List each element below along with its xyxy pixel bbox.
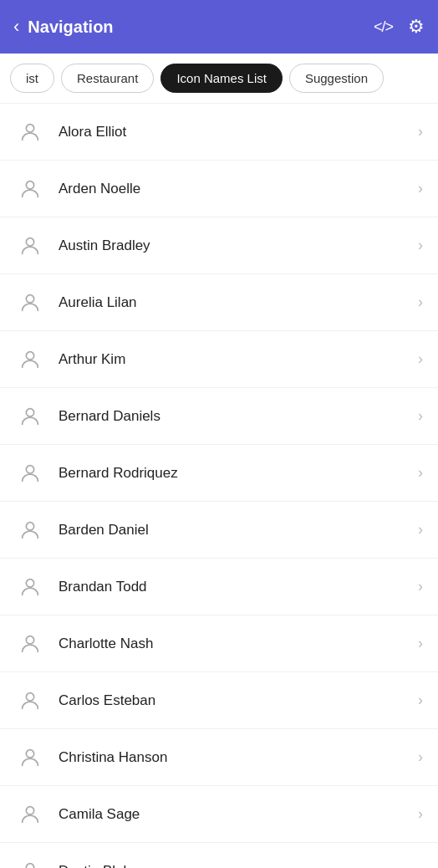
svg-point-8	[26, 579, 33, 586]
avatar-icon	[15, 686, 45, 716]
list-item[interactable]: Charlotte Nash›	[0, 615, 438, 672]
svg-point-1	[26, 181, 33, 188]
svg-point-6	[26, 465, 33, 472]
avatar-icon	[15, 458, 45, 488]
tab-suggestion[interactable]: Suggestion	[289, 64, 384, 93]
tab-icon-names-list[interactable]: Icon Names List	[160, 64, 283, 93]
avatar-icon	[15, 174, 45, 204]
person-name: Christina Hanson	[59, 749, 418, 766]
svg-point-9	[26, 636, 33, 643]
avatar-icon	[15, 401, 45, 431]
gear-icon[interactable]: ⚙	[408, 16, 425, 38]
chevron-right-icon: ›	[418, 350, 423, 368]
svg-point-11	[26, 749, 33, 757]
tab-list[interactable]: ist	[10, 64, 54, 93]
chevron-right-icon: ›	[418, 578, 423, 595]
avatar-icon	[15, 572, 45, 602]
header-actions: </> ⚙	[374, 16, 425, 38]
list-item[interactable]: Carlos Esteban›	[0, 672, 438, 729]
svg-point-3	[26, 294, 33, 302]
svg-point-7	[26, 522, 33, 529]
list-item[interactable]: Bernard Daniels›	[0, 388, 438, 445]
svg-point-5	[26, 408, 33, 416]
chevron-right-icon: ›	[418, 521, 423, 539]
person-name: Arthur Kim	[59, 351, 418, 368]
person-name: Dustin Blake	[59, 863, 418, 868]
person-name: Carlos Esteban	[59, 692, 418, 709]
person-name: Bernard Daniels	[59, 408, 418, 425]
avatar-icon	[15, 117, 45, 147]
svg-point-4	[26, 351, 33, 359]
person-name: Camila Sage	[59, 806, 418, 823]
chevron-right-icon: ›	[418, 748, 423, 766]
list-item[interactable]: Alora Elliot›	[0, 104, 438, 161]
avatar-icon	[15, 288, 45, 318]
list-item[interactable]: Brandan Todd›	[0, 559, 438, 615]
avatar-icon	[15, 629, 45, 659]
chevron-right-icon: ›	[418, 123, 423, 140]
chevron-right-icon: ›	[418, 692, 423, 709]
person-name: Austin Bradley	[59, 237, 418, 254]
svg-point-13	[26, 864, 33, 868]
list-item[interactable]: Austin Bradley›	[0, 217, 438, 274]
avatar-icon	[15, 799, 45, 830]
chevron-right-icon: ›	[418, 237, 423, 254]
person-name: Bernard Rodriquez	[59, 465, 418, 482]
header: ‹ Navigation </> ⚙	[0, 0, 438, 54]
list-item[interactable]: Arden Noelle›	[0, 161, 438, 217]
list-item[interactable]: Bernard Rodriquez›	[0, 445, 438, 502]
list-item[interactable]: Dustin Blake›	[0, 843, 438, 868]
svg-point-0	[26, 124, 33, 131]
avatar-icon	[15, 231, 45, 261]
tab-restaurant[interactable]: Restaurant	[61, 64, 154, 93]
svg-point-2	[26, 237, 33, 245]
chevron-right-icon: ›	[418, 635, 423, 652]
tab-bar: istRestaurantIcon Names ListSuggestion	[0, 54, 438, 104]
person-name: Arden Noelle	[59, 181, 418, 197]
avatar-icon	[15, 345, 45, 375]
person-name: Aurelia Lilan	[59, 294, 418, 311]
svg-point-10	[26, 692, 33, 700]
list-item[interactable]: Barden Daniel›	[0, 502, 438, 559]
chevron-right-icon: ›	[418, 294, 423, 311]
code-icon[interactable]: </>	[374, 18, 393, 36]
back-button[interactable]: ‹	[13, 18, 19, 36]
person-name: Alora Elliot	[59, 124, 418, 140]
list-item[interactable]: Arthur Kim›	[0, 331, 438, 388]
person-name: Charlotte Nash	[59, 636, 418, 652]
person-name: Barden Daniel	[59, 522, 418, 539]
chevron-right-icon: ›	[418, 464, 423, 482]
avatar-icon	[15, 856, 45, 868]
list-item[interactable]: Aurelia Lilan›	[0, 274, 438, 331]
avatar-icon	[15, 515, 45, 545]
chevron-right-icon: ›	[418, 863, 423, 869]
avatar-icon	[15, 743, 45, 773]
list-item[interactable]: Christina Hanson›	[0, 729, 438, 786]
chevron-right-icon: ›	[418, 805, 423, 823]
list-item[interactable]: Camila Sage›	[0, 786, 438, 843]
header-title: Navigation	[28, 18, 374, 37]
person-name: Brandan Todd	[59, 579, 418, 595]
chevron-right-icon: ›	[418, 180, 423, 197]
chevron-right-icon: ›	[418, 407, 423, 425]
people-list: Alora Elliot› Arden Noelle› Austin Bradl…	[0, 104, 438, 868]
svg-point-12	[26, 806, 33, 814]
